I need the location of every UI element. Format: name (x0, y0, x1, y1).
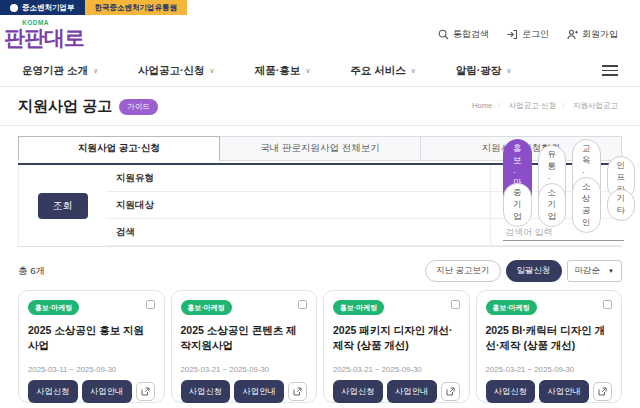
apply-button[interactable]: 사업신청 (28, 380, 78, 403)
program-period: 2025-03-21 ~ 2025-09-30 (181, 365, 308, 374)
program-title[interactable]: 2025 BI·캐릭터 디자인 개선·제작 (상품 개선) (486, 323, 613, 352)
program-card[interactable]: 홍보·마케팅 2025 BI·캐릭터 디자인 개선·제작 (상품 개선) 202… (476, 290, 623, 403)
apply-button[interactable]: 사업신청 (333, 380, 383, 403)
nav-label: 주요 서비스 (350, 64, 405, 78)
filter-target-options: 중기업 소기업 소상공인 기타 (490, 192, 622, 219)
breadcrumb: Home 〉 사업공고·신청 〉 지원사업공고 (472, 97, 618, 111)
results-bar: 총 6개 지난 공고보기 일괄신청 마감순 ▼ (18, 260, 622, 282)
nav-item-notices[interactable]: 알림·광장 ∨ (456, 64, 512, 78)
main-nav: 운영기관 소개 ∨ 사업공고·신청 ∨ 제품·홍보 ∨ 주요 서비스 ∨ 알림·… (0, 55, 640, 87)
program-card[interactable]: 홍보·마케팅 2025 소상공인 콘텐츠 제작지원사업 2025-03-21 ~… (171, 290, 318, 403)
person-plus-icon (567, 29, 578, 40)
external-link-icon[interactable] (288, 382, 307, 401)
header: KODMA 판판대로 통합검색 로그인 회원가입 (0, 15, 640, 55)
guide-button[interactable]: 사업안내 (387, 380, 437, 403)
filter-target-label: 지원대상 (106, 192, 490, 219)
program-title[interactable]: 2025 소상공인 콘텐츠 제작지원사업 (181, 323, 308, 352)
nav-item-services[interactable]: 주요 서비스 ∨ (350, 64, 416, 78)
external-link-icon[interactable] (136, 382, 155, 401)
filter-type-label: 지원유형 (106, 165, 490, 192)
search-submit-button[interactable]: 조회 (38, 193, 88, 219)
breadcrumb-separator: 〉 (561, 102, 568, 109)
external-link-icon[interactable] (593, 382, 612, 401)
page-head: 지원사업 공고 가이드 Home 〉 사업공고·신청 〉 지원사업공고 (0, 87, 640, 125)
apply-button[interactable]: 사업신청 (486, 380, 536, 403)
nav-label: 사업공고·신청 (138, 64, 205, 78)
chevron-down-icon: ∨ (93, 67, 98, 75)
program-period: 2025-03-21 ~ 2025-09-30 (333, 365, 460, 374)
site-logo[interactable]: KODMA 판판대로 (2, 20, 84, 48)
keyword-search-input[interactable] (503, 224, 624, 241)
divider (0, 125, 640, 126)
guide-button[interactable]: 사업안내 (234, 380, 284, 403)
guide-badge[interactable]: 가이드 (119, 99, 158, 115)
program-title[interactable]: 2025 소상공인 홍보 지원사업 (28, 323, 155, 352)
external-link-icon[interactable] (441, 382, 460, 401)
login-icon (507, 29, 518, 40)
chevron-down-icon: ∨ (305, 67, 310, 75)
card-checkbox[interactable] (298, 300, 307, 309)
program-card-list: 홍보·마케팅 2025 소상공인 홍보 지원사업 2025-03-11 ~ 20… (18, 290, 622, 403)
nav-item-programs[interactable]: 사업공고·신청 ∨ (138, 64, 215, 78)
card-checkbox[interactable] (451, 300, 460, 309)
chevron-down-icon: ∨ (411, 67, 416, 75)
nav-label: 알림·광장 (456, 64, 502, 78)
nav-label: 제품·홍보 (255, 64, 301, 78)
past-notices-button[interactable]: 지난 공고보기 (425, 260, 500, 282)
category-badge: 홍보·마케팅 (333, 300, 384, 315)
program-card[interactable]: 홍보·마케팅 2025 소상공인 홍보 지원사업 2025-03-11 ~ 20… (18, 290, 165, 403)
nav-label: 운영기관 소개 (22, 64, 88, 78)
program-title[interactable]: 2025 패키지 디자인 개선·제작 (상품 개선) (333, 323, 460, 352)
hamburger-menu-icon[interactable] (602, 65, 618, 76)
login-label: 로그인 (522, 28, 549, 41)
category-badge: 홍보·마케팅 (28, 300, 79, 315)
nav-item-operating-org[interactable]: 운영기관 소개 ∨ (22, 64, 98, 78)
breadcrumb-home[interactable]: Home (472, 101, 492, 110)
site-logo-text: 판판대로 (4, 27, 84, 48)
chevron-down-icon: ∨ (506, 67, 511, 75)
ministry-name: 중소벤처기업부 (22, 3, 75, 13)
agency-name: 한국중소벤처기업유통원 (95, 3, 178, 13)
nav-item-products[interactable]: 제품·홍보 ∨ (255, 64, 311, 78)
bulk-apply-button[interactable]: 일괄신청 (506, 260, 562, 282)
gov-bar: 중소벤처기업부 한국중소벤처기업유통원 (0, 0, 640, 15)
filter-submit-area: 조회 (18, 165, 106, 246)
login-button[interactable]: 로그인 (507, 28, 549, 41)
signup-button[interactable]: 회원가입 (567, 28, 618, 41)
caret-down-icon: ▼ (608, 268, 614, 274)
tab-all-domestic-programs[interactable]: 국내 판로지원사업 전체보기 (220, 136, 421, 161)
guide-button[interactable]: 사업안내 (82, 380, 132, 403)
card-checkbox[interactable] (146, 300, 155, 309)
tab-program-apply[interactable]: 지원사업 공고·신청 (18, 136, 220, 161)
apply-button[interactable]: 사업신청 (181, 380, 231, 403)
sort-value: 마감순 (575, 265, 601, 277)
breadcrumb-current: 지원사업공고 (573, 101, 618, 110)
program-period: 2025-03-21 ~ 2025-09-30 (486, 365, 613, 374)
ministry-logo-icon (10, 4, 18, 12)
card-checkbox[interactable] (603, 300, 612, 309)
ministry-banner[interactable]: 중소벤처기업부 (0, 0, 85, 15)
guide-button[interactable]: 사업안내 (539, 380, 589, 403)
breadcrumb-programs[interactable]: 사업공고·신청 (509, 101, 557, 110)
category-badge: 홍보·마케팅 (486, 300, 537, 315)
global-search-button[interactable]: 통합검색 (438, 28, 489, 41)
filter-search-label: 검색 (106, 219, 490, 246)
filter-search-row (490, 219, 622, 246)
agency-banner[interactable]: 한국중소벤처기업유통원 (85, 0, 188, 15)
breadcrumb-separator: 〉 (497, 102, 504, 109)
signup-label: 회원가입 (582, 28, 618, 41)
chip-etc[interactable]: 기타 (607, 189, 636, 221)
results-total: 총 6개 (18, 265, 45, 278)
header-utils: 통합검색 로그인 회원가입 (438, 28, 618, 41)
global-search-label: 통합검색 (453, 28, 489, 41)
program-card[interactable]: 홍보·마케팅 2025 패키지 디자인 개선·제작 (상품 개선) 2025-0… (323, 290, 470, 403)
category-badge: 홍보·마케팅 (181, 300, 232, 315)
sort-dropdown[interactable]: 마감순 ▼ (567, 260, 622, 282)
program-period: 2025-03-11 ~ 2025-09-30 (28, 365, 155, 374)
chevron-down-icon: ∨ (210, 67, 215, 75)
search-icon (438, 29, 449, 40)
page-title: 지원사업 공고 (18, 97, 112, 116)
filter-panel: 지원유형 홍보·마케팅 유통·판로 교육·컨설팅 인프라 사무관리 조회 지원대… (18, 163, 622, 247)
